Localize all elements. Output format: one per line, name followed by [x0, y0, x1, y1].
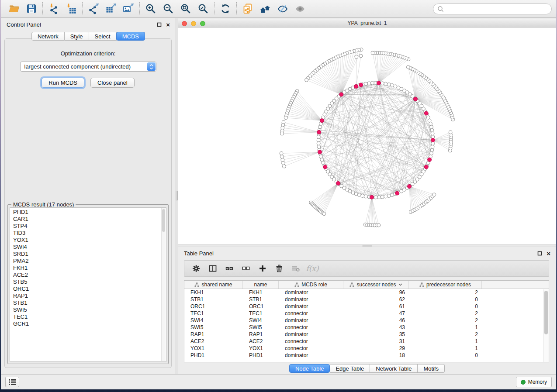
table-settings-button[interactable] [188, 262, 204, 275]
tab-motifs[interactable]: Motifs [418, 364, 445, 373]
network-dominator-node[interactable] [336, 181, 340, 185]
network-node[interactable] [432, 193, 436, 196]
network-node[interactable] [280, 155, 284, 158]
tab-edge-table[interactable]: Edge Table [330, 364, 370, 373]
table-row[interactable]: STB1STB1dominator620 [184, 296, 549, 303]
network-node[interactable] [355, 55, 358, 58]
mcds-result-item[interactable]: GCR1 [10, 320, 161, 327]
column-header-predecessor-nodes[interactable]: predecessor nodes [409, 281, 482, 289]
network-dominator-node[interactable] [377, 81, 381, 85]
network-node[interactable] [370, 81, 374, 85]
mcds-result-item[interactable]: TID3 [10, 230, 161, 237]
select-all-columns-button[interactable] [221, 262, 238, 275]
network-node[interactable] [364, 195, 367, 198]
splitter-handle[interactable] [176, 191, 178, 200]
show-columns-button[interactable] [204, 262, 221, 275]
table-scrollbar[interactable] [543, 289, 549, 362]
network-dominator-node[interactable] [317, 130, 321, 134]
network-node[interactable] [305, 78, 308, 82]
network-dominator-node[interactable] [318, 150, 322, 154]
zoom-in-button[interactable] [142, 1, 159, 16]
mcds-result-item[interactable]: STP4 [10, 223, 161, 230]
table-row[interactable]: FKH1FKH1dominator962 [184, 289, 549, 296]
network-node[interactable] [430, 151, 433, 155]
float-panel-icon[interactable] [537, 251, 542, 256]
network-node[interactable] [431, 132, 434, 135]
mcds-result-item[interactable]: ORC1 [10, 285, 161, 292]
float-panel-icon[interactable] [157, 22, 162, 27]
export-network-button[interactable] [85, 1, 102, 16]
delete-column-button[interactable] [271, 262, 287, 275]
network-node[interactable] [317, 145, 321, 148]
mcds-result-item[interactable]: FKH1 [10, 265, 161, 272]
network-dominator-node[interactable] [370, 195, 374, 199]
mcds-result-item[interactable]: SWI5 [10, 306, 161, 313]
network-dominator-node[interactable] [431, 138, 435, 142]
network-node[interactable] [317, 138, 320, 142]
network-dominator-node[interactable] [424, 111, 428, 115]
mcds-result-item[interactable]: SRD1 [10, 251, 161, 258]
mcds-result-item[interactable]: STB5 [10, 279, 161, 285]
save-session-button[interactable] [23, 1, 40, 16]
table-row[interactable]: PHD1PHD1dominator180 [184, 352, 549, 359]
network-dominator-node[interactable] [424, 165, 428, 169]
table-row[interactable]: SWI5SWI5connector431 [184, 324, 549, 331]
network-node[interactable] [406, 65, 410, 69]
network-node[interactable] [384, 195, 387, 198]
network-node[interactable] [361, 194, 364, 198]
import-table-button[interactable] [62, 1, 80, 16]
criterion-select[interactable]: largest connected component (undirected) [20, 62, 156, 72]
network-node[interactable] [357, 193, 361, 197]
create-column-button[interactable] [254, 262, 271, 275]
refresh-view-button[interactable] [217, 1, 234, 16]
hide-selected-button[interactable] [274, 1, 291, 16]
mcds-result-item[interactable]: CAR1 [10, 216, 161, 223]
network-node[interactable] [430, 148, 434, 152]
network-node[interactable] [317, 142, 320, 145]
export-table-button[interactable] [102, 1, 120, 16]
network-node[interactable] [364, 82, 367, 86]
network-node[interactable] [430, 128, 434, 132]
network-node[interactable] [367, 82, 371, 85]
close-panel-icon[interactable]: × [547, 251, 550, 256]
network-node[interactable] [430, 125, 433, 129]
network-dominator-node[interactable] [414, 97, 418, 101]
duplicate-network-button[interactable] [239, 1, 256, 16]
close-panel-button[interactable]: Close panel [90, 78, 135, 88]
tab-network-table[interactable]: Network Table [370, 364, 418, 373]
network-node[interactable] [318, 125, 322, 129]
tab-node-table[interactable]: Node Table [289, 364, 330, 373]
window-close-icon[interactable] [182, 21, 187, 26]
table-row[interactable]: RAP1RAP1dominator352 [184, 331, 549, 338]
deselect-all-columns-button[interactable] [238, 262, 254, 275]
mcds-result-item[interactable]: TEC1 [10, 313, 161, 320]
tab-network[interactable]: Network [31, 32, 65, 41]
network-node[interactable] [280, 132, 284, 135]
network-node[interactable] [431, 145, 434, 148]
memory-button[interactable]: Memory [516, 377, 552, 387]
search-box[interactable] [433, 3, 552, 14]
network-dominator-node[interactable] [323, 165, 327, 169]
network-node[interactable] [280, 151, 283, 155]
window-minimize-icon[interactable] [191, 21, 196, 26]
zoom-out-button[interactable] [159, 1, 177, 16]
network-dominator-node[interactable] [320, 119, 324, 123]
network-node[interactable] [377, 224, 381, 227]
zoom-fit-button[interactable] [177, 1, 194, 16]
mcds-result-item[interactable]: STB1 [10, 299, 161, 306]
table-row[interactable]: ORC1ORC1dominator610 [184, 303, 549, 310]
show-all-button[interactable] [291, 1, 309, 16]
close-panel-icon[interactable]: × [166, 22, 170, 27]
mcds-result-item[interactable]: ACE2 [10, 272, 161, 279]
network-node[interactable] [359, 54, 363, 58]
tab-mcds[interactable]: MCDS [116, 32, 145, 41]
network-node[interactable] [282, 165, 286, 168]
network-window-titlebar[interactable]: YPA_prune.txt_1 [178, 19, 556, 28]
network-node[interactable] [371, 51, 374, 55]
network-node[interactable] [317, 135, 320, 138]
table-row[interactable]: YOX1YOX1connector291 [184, 345, 549, 352]
network-node[interactable] [381, 82, 384, 85]
window-zoom-icon[interactable] [200, 21, 205, 26]
network-node[interactable] [391, 84, 394, 87]
open-file-button[interactable] [5, 1, 23, 16]
